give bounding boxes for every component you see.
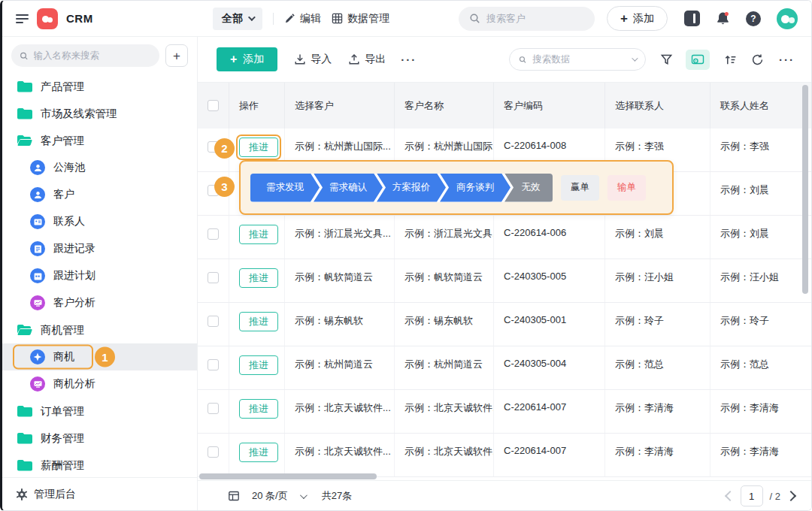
stage-quotation[interactable]: 方案报价 xyxy=(377,174,446,202)
notification-bell-icon[interactable] xyxy=(716,11,730,26)
table-row[interactable]: 推进 示例：北京天诚软件... 示例：北京天诚软件... C-220614-00… xyxy=(198,390,811,434)
chart-monitor-icon xyxy=(30,295,45,310)
sidebar-search-input[interactable] xyxy=(34,50,151,61)
sidebar-item-finance-mgmt[interactable]: 财务管理 xyxy=(2,425,197,452)
page-size-icon xyxy=(228,490,240,502)
display-fields-button[interactable] xyxy=(686,50,710,70)
cell-code: C-220614-007 xyxy=(494,390,605,433)
sidebar-item-opportunities[interactable]: 商机 1 xyxy=(2,343,197,370)
prev-page-button[interactable] xyxy=(724,491,735,501)
add-record-button[interactable]: + 添加 xyxy=(217,47,277,71)
col-header-contact[interactable]: 选择联系人 xyxy=(605,83,710,129)
row-checkbox[interactable] xyxy=(208,359,219,370)
sidebar-item-contacts[interactable]: 联系人 xyxy=(2,208,197,235)
row-checkbox[interactable] xyxy=(208,228,219,240)
advance-button[interactable]: 推进 xyxy=(239,138,278,157)
cell-code: C-240305-001 xyxy=(494,303,605,346)
pencil-icon xyxy=(284,13,295,24)
row-checkbox[interactable] xyxy=(208,316,219,327)
advance-button[interactable]: 推进 xyxy=(239,312,278,331)
advance-button[interactable]: 推进 xyxy=(239,355,278,375)
sidebar-item-payroll-mgmt[interactable]: 薪酬管理 xyxy=(2,452,197,477)
advance-button[interactable]: 推进 xyxy=(239,443,278,462)
customer-search-input[interactable] xyxy=(486,13,584,24)
sidebar-item-market-leads-mgmt[interactable]: 市场及线索管理 xyxy=(2,100,197,127)
sidebar-item-product-mgmt[interactable]: 产品管理 xyxy=(2,73,197,100)
sidebar-item-followup-records[interactable]: 跟进记录 xyxy=(2,235,197,262)
topbar: CRM 全部 编辑 数据管理 + 添加 xyxy=(2,1,811,37)
user-avatar[interactable] xyxy=(777,8,798,29)
sidebar-item-opportunity-analysis[interactable]: 商机分析 xyxy=(2,370,197,398)
help-icon[interactable]: ? xyxy=(746,11,761,26)
col-header-contact-name[interactable]: 联系人姓名 xyxy=(710,83,811,129)
hamburger-menu-icon[interactable] xyxy=(16,14,29,23)
export-button[interactable]: 导出 xyxy=(348,53,386,66)
annotation-badge-2: 2 xyxy=(214,138,235,159)
stage-need-confirm[interactable]: 需求确认 xyxy=(314,174,383,202)
col-header-code[interactable]: 客户编码 xyxy=(494,83,605,129)
sidebar-item-public-pool[interactable]: 公海池 xyxy=(2,154,197,181)
sidebar-item-order-mgmt[interactable]: 订单管理 xyxy=(2,398,197,425)
sidebar-item-label: 客户 xyxy=(53,188,74,201)
cell-contact-name: 示例：李清海 xyxy=(710,390,811,433)
main-content: + 添加 导入 导出 ··· xyxy=(198,37,811,511)
admin-backend-button[interactable]: 管理后台 xyxy=(2,477,197,511)
select-all-checkbox[interactable] xyxy=(208,100,219,111)
cell-contact-name: 示例：李强 xyxy=(710,129,811,171)
advance-button[interactable]: 推进 xyxy=(239,225,278,244)
horizontal-scrollbar[interactable] xyxy=(199,473,377,479)
stage-win-button[interactable]: 赢单 xyxy=(561,175,599,201)
cell-name: 示例：北京天诚软件... xyxy=(395,434,494,476)
page-size-select[interactable]: 20 条/页 xyxy=(252,489,305,503)
refresh-button[interactable] xyxy=(751,53,764,66)
more-settings-button[interactable]: ··· xyxy=(779,53,795,66)
table-row[interactable]: 推进 示例：浙江晨光文具... 示例：浙江晨光文具... C-220614-00… xyxy=(198,216,811,259)
app-panel-icon[interactable] xyxy=(684,11,700,26)
customer-search[interactable] xyxy=(459,7,595,31)
filter-button[interactable] xyxy=(660,53,673,66)
sidebar-item-label: 商机 xyxy=(53,350,74,364)
sidebar-item-customers[interactable]: 客户 xyxy=(2,181,197,208)
row-checkbox[interactable] xyxy=(208,446,219,458)
col-header-customer[interactable]: 选择客户 xyxy=(285,83,395,129)
data-search-input[interactable] xyxy=(532,54,626,65)
cell-name: 示例：北京天诚软件... xyxy=(395,390,494,433)
table-row[interactable]: 推进 示例：北京天诚软件... 示例：北京天诚软件... C-220614-00… xyxy=(198,434,811,477)
sidebar-item-followup-plans[interactable]: 跟进计划 xyxy=(2,262,197,289)
edit-button[interactable]: 编辑 xyxy=(284,12,321,26)
row-checkbox[interactable] xyxy=(208,272,219,283)
sidebar-search[interactable] xyxy=(11,44,159,67)
import-button[interactable]: 导入 xyxy=(294,53,332,66)
col-header-name[interactable]: 客户名称 xyxy=(395,83,494,129)
cell-code: C-220614-007 xyxy=(494,434,605,476)
sort-button[interactable] xyxy=(724,53,737,66)
stage-invalid[interactable]: 无效 xyxy=(504,174,553,202)
toolbar-more-button[interactable]: ··· xyxy=(401,53,417,66)
vertical-scrollbar[interactable] xyxy=(802,85,808,294)
advance-button[interactable]: 推进 xyxy=(239,268,278,288)
stage-negotiation[interactable]: 商务谈判 xyxy=(440,174,511,202)
scope-dropdown[interactable]: 全部 xyxy=(213,8,262,30)
folder-icon xyxy=(17,107,32,119)
table-row[interactable]: 推进 示例：帆软简道云 示例：帆软简道云 C-240305-005 示例：汪小姐… xyxy=(198,259,811,303)
data-management-button[interactable]: 数据管理 xyxy=(332,12,389,26)
stage-lose-button[interactable]: 输单 xyxy=(607,175,646,201)
annotation-outline: 推进 xyxy=(236,135,281,160)
next-page-button[interactable] xyxy=(786,491,796,501)
cell-contact-name: 示例：刘晨 xyxy=(710,172,811,215)
table-row[interactable]: 推进 示例：锡东帆软 示例：锡东帆软 C-240305-001 示例：玲子 示例… xyxy=(198,303,811,346)
data-search[interactable] xyxy=(509,48,646,71)
chevron-down-icon[interactable] xyxy=(632,55,638,61)
table-row[interactable]: 推进 示例：杭州简道云 示例：杭州简道云 C-240305-004 示例：范总 … xyxy=(198,346,811,390)
sidebar-add-button[interactable]: + xyxy=(165,44,188,67)
sidebar-item-customer-analysis[interactable]: 客户分析 xyxy=(2,289,197,316)
current-page-input[interactable]: 1 xyxy=(741,485,763,506)
row-checkbox[interactable] xyxy=(208,403,219,414)
col-header-operation[interactable]: 操作 xyxy=(229,83,285,129)
stage-need-discovery[interactable]: 需求发现 xyxy=(250,174,320,202)
sidebar-item-opportunity-mgmt[interactable]: 商机管理 xyxy=(2,316,197,343)
advance-button[interactable]: 推进 xyxy=(239,399,278,419)
export-icon xyxy=(348,53,360,65)
sidebar-item-customer-mgmt[interactable]: 客户管理 xyxy=(2,127,197,154)
topbar-add-button[interactable]: + 添加 xyxy=(607,6,668,31)
